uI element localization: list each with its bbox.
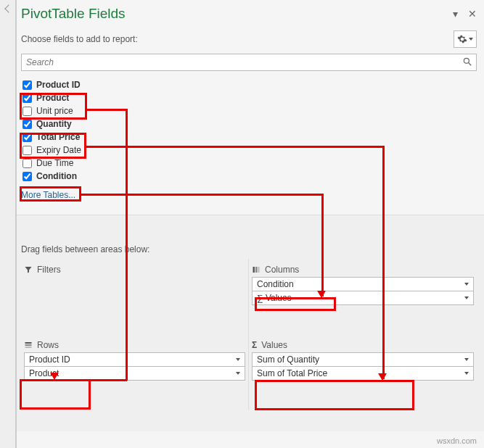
pane-resize-handle[interactable] xyxy=(0,0,16,448)
values-title: Values xyxy=(261,340,287,350)
field-row[interactable]: Unit price xyxy=(21,104,477,117)
columns-icon xyxy=(252,265,261,274)
svg-rect-3 xyxy=(255,267,258,273)
field-row[interactable]: Product ID xyxy=(21,78,477,91)
fields-list: Product IDProductUnit priceQuantityTotal… xyxy=(17,78,484,183)
pill-label: ∑ Values xyxy=(257,293,292,303)
sigma-icon: Σ xyxy=(252,340,257,350)
field-label: Quantity xyxy=(36,119,72,129)
field-label: Expiry Date xyxy=(36,145,81,155)
svg-rect-5 xyxy=(25,342,32,344)
search-icon xyxy=(462,57,472,67)
field-label: Product ID xyxy=(36,80,81,90)
watermark: wsxdn.com xyxy=(437,436,477,445)
filters-title: Filters xyxy=(37,265,61,275)
field-checkbox[interactable] xyxy=(22,133,32,142)
field-row[interactable]: Total Price xyxy=(21,130,477,144)
field-checkbox[interactable] xyxy=(22,94,32,103)
rows-title: Rows xyxy=(37,340,59,350)
field-label: Unit price xyxy=(36,106,73,116)
field-row[interactable]: Quantity xyxy=(21,117,477,130)
area-field-pill[interactable]: ∑ Values xyxy=(252,291,474,305)
pivottable-fields-pane: PivotTable Fields ▾ ✕ Choose fields to a… xyxy=(16,0,484,448)
values-area[interactable]: ΣValues Sum of QuantitySum of Total Pric… xyxy=(249,334,477,410)
area-field-pill[interactable]: Product xyxy=(24,366,245,381)
svg-point-0 xyxy=(464,58,469,63)
svg-rect-6 xyxy=(25,344,32,346)
chevron-down-icon xyxy=(464,358,469,361)
filter-icon xyxy=(24,265,33,274)
tools-button[interactable] xyxy=(454,30,477,48)
svg-rect-2 xyxy=(253,267,255,273)
field-checkbox[interactable] xyxy=(22,159,32,168)
more-tables-link[interactable]: More Tables... xyxy=(21,190,484,200)
area-field-pill[interactable]: Product ID xyxy=(24,352,245,367)
chevron-down-icon xyxy=(236,372,240,375)
field-checkbox[interactable] xyxy=(22,107,32,116)
field-checkbox[interactable] xyxy=(22,172,32,181)
move-handle-icon[interactable]: ▾ xyxy=(453,8,458,20)
field-label: Total Price xyxy=(36,132,80,142)
field-row[interactable]: Expiry Date xyxy=(21,144,477,157)
chevron-down-icon xyxy=(236,358,240,361)
subtitle: Choose fields to add to report: xyxy=(21,34,138,44)
pill-label: Condition xyxy=(257,279,294,289)
pill-label: Sum of Quantity xyxy=(257,354,319,365)
search-input[interactable] xyxy=(21,54,477,71)
field-checkbox[interactable] xyxy=(22,80,32,90)
rows-icon xyxy=(24,341,33,349)
chevron-down-icon xyxy=(469,38,473,41)
chevron-down-icon xyxy=(464,283,469,286)
field-label: Due Time xyxy=(36,158,73,168)
filters-area[interactable]: Filters xyxy=(21,259,249,334)
field-row[interactable]: Due Time xyxy=(21,157,477,170)
svg-line-1 xyxy=(469,63,472,66)
rows-area[interactable]: Rows Product IDProduct xyxy=(21,334,249,410)
area-field-pill[interactable]: Sum of Quantity xyxy=(252,352,474,367)
chevron-down-icon xyxy=(464,296,469,299)
drag-label: Drag fields between areas below: xyxy=(17,215,484,259)
close-icon[interactable]: ✕ xyxy=(468,8,477,20)
svg-rect-4 xyxy=(258,267,260,273)
pane-title: PivotTable Fields xyxy=(21,6,126,22)
columns-area[interactable]: Columns Condition∑ Values xyxy=(249,259,477,334)
pill-label: Product ID xyxy=(29,354,70,365)
pill-label: Product xyxy=(29,368,59,378)
field-row[interactable]: Condition xyxy=(21,170,477,183)
field-label: Condition xyxy=(36,171,77,181)
field-checkbox[interactable] xyxy=(22,120,32,129)
columns-title: Columns xyxy=(265,265,299,275)
svg-rect-7 xyxy=(25,347,32,348)
gear-icon xyxy=(457,34,467,44)
field-label: Product xyxy=(36,93,69,103)
area-field-pill[interactable]: Condition xyxy=(252,277,474,291)
chevron-down-icon xyxy=(464,372,469,375)
pill-label: Sum of Total Price xyxy=(257,368,327,378)
field-row[interactable]: Product xyxy=(21,91,477,104)
field-checkbox[interactable] xyxy=(22,146,32,155)
area-field-pill[interactable]: Sum of Total Price xyxy=(252,366,474,381)
